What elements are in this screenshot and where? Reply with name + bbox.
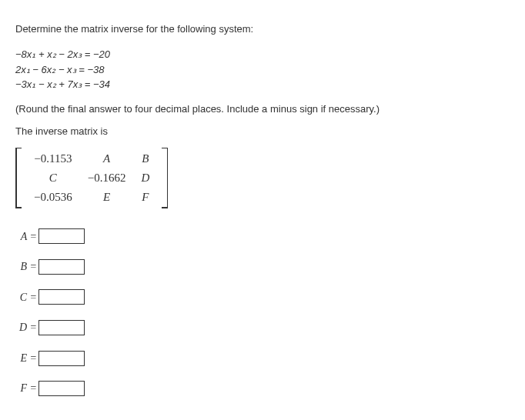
equation-2: 2x₁ − 6x₂ − x₃ = −38 xyxy=(15,62,510,78)
answer-label-B: B = xyxy=(15,254,37,280)
answer-label-A: A = xyxy=(15,224,37,250)
answer-label-D: D = xyxy=(15,315,37,341)
answer-row-C: C = xyxy=(15,285,510,311)
matrix-cell-33: F xyxy=(133,188,157,207)
matrix-cell-21: C xyxy=(26,168,80,188)
matrix-left-bracket xyxy=(15,148,23,208)
matrix-cell-31: −0.0536 xyxy=(26,188,80,207)
equation-1: −8x₁ + x₂ − 2x₃ = −20 xyxy=(15,47,510,62)
answer-inputs-block: A = B = C = D = E = F = xyxy=(15,224,510,402)
matrix-cell-23: D xyxy=(133,168,157,188)
equation-3: −3x₁ − x₂ + 7x₃ = −34 xyxy=(15,77,510,92)
matrix-cell-32: E xyxy=(80,188,134,207)
answer-input-F[interactable] xyxy=(38,381,85,396)
matrix-cell-13: B xyxy=(133,149,157,168)
answer-input-C[interactable] xyxy=(38,289,85,305)
answer-row-F: F = xyxy=(15,375,510,402)
answer-input-E[interactable] xyxy=(38,351,85,366)
matrix-cell-11: −0.1153 xyxy=(26,149,80,168)
instruction-text: Determine the matrix inverse for the fol… xyxy=(15,23,510,35)
answer-input-B[interactable] xyxy=(38,259,85,275)
answer-label-C: C = xyxy=(15,285,37,311)
equations-block: −8x₁ + x₂ − 2x₃ = −20 2x₁ − 6x₂ − x₃ = −… xyxy=(15,47,510,92)
matrix-display: −0.1153 A B C −0.1662 D −0.0536 E F xyxy=(15,148,510,208)
rounding-note: (Round the final answer to four decimal … xyxy=(15,103,510,115)
inverse-statement: The inverse matrix is xyxy=(15,125,510,137)
answer-label-E: E = xyxy=(15,345,37,372)
answer-input-D[interactable] xyxy=(38,320,85,335)
answer-label-F: F = xyxy=(15,375,37,402)
answer-row-D: D = xyxy=(15,315,510,341)
answer-input-A[interactable] xyxy=(38,228,85,244)
matrix-cell-12: A xyxy=(80,149,134,168)
matrix-cell-22: −0.1662 xyxy=(80,168,134,188)
answer-row-B: B = xyxy=(15,254,510,280)
answer-row-E: E = xyxy=(15,345,510,372)
matrix-right-bracket xyxy=(160,148,168,208)
answer-row-A: A = xyxy=(15,224,510,250)
matrix-table: −0.1153 A B C −0.1662 D −0.0536 E F xyxy=(26,149,157,207)
